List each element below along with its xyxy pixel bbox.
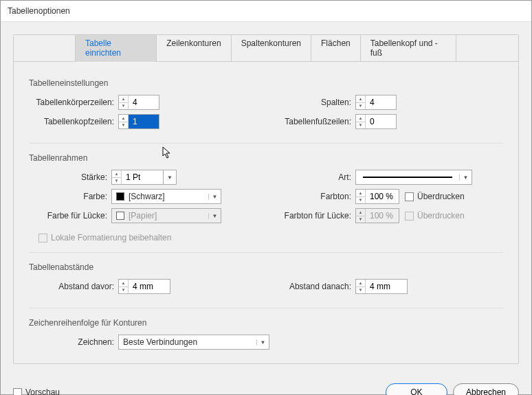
space-before-label: Abstand davor: <box>29 282 118 291</box>
tint-label: Farbton: <box>266 192 355 201</box>
weight-spinner[interactable]: ▲▼ <box>111 170 164 185</box>
dialog-window: Tabellenoptionen Tabelle einrichten Zeil… <box>0 0 532 395</box>
down-arrow-icon[interactable]: ▼ <box>356 122 365 129</box>
draw-value: Beste Verbindungen <box>123 337 197 347</box>
checkbox-icon <box>405 192 414 201</box>
down-arrow-icon[interactable]: ▼ <box>112 178 121 185</box>
header-rows-label: Tabellenkopfzeilen: <box>29 117 118 126</box>
up-arrow-icon[interactable]: ▲ <box>356 190 365 197</box>
down-arrow-icon[interactable]: ▼ <box>356 103 365 110</box>
swatch-icon <box>116 212 124 220</box>
color-value: [Schwarz] <box>129 192 165 201</box>
checkbox-icon <box>405 212 414 221</box>
chevron-down-icon: ▼ <box>256 339 269 346</box>
space-after-input[interactable] <box>366 280 407 293</box>
gap-overprint-label: Überdrucken <box>417 211 465 221</box>
up-arrow-icon[interactable]: ▲ <box>356 115 365 122</box>
chevron-down-icon: ▼ <box>459 174 472 181</box>
down-arrow-icon[interactable]: ▼ <box>119 287 128 294</box>
gap-color-label: Farbe für Lücke: <box>29 211 111 221</box>
type-label: Art: <box>266 172 355 182</box>
swatch-icon <box>116 192 124 201</box>
ok-button[interactable]: OK <box>386 383 447 395</box>
chevron-down-icon: ▼ <box>208 194 221 200</box>
preserve-local-checkbox: Lokale Formatierung beibehalten <box>38 233 171 242</box>
space-after-label: Abstand danach: <box>266 282 355 291</box>
preserve-local-label: Lokale Formatierung beibehalten <box>51 233 171 242</box>
draw-select[interactable]: Beste Verbindungen ▼ <box>118 335 269 350</box>
weight-label: Stärke: <box>29 172 111 182</box>
header-rows-input[interactable] <box>129 115 159 128</box>
checkbox-icon <box>38 234 47 242</box>
down-arrow-icon[interactable]: ▼ <box>119 122 128 129</box>
up-arrow-icon[interactable]: ▲ <box>119 115 128 122</box>
footer-rows-label: Tabellenfußzeilen: <box>266 117 355 126</box>
tab-setup[interactable]: Tabelle einrichten <box>75 34 157 62</box>
cancel-button[interactable]: Abbrechen <box>453 383 519 395</box>
up-arrow-icon[interactable]: ▲ <box>119 95 128 103</box>
footer-rows-input[interactable] <box>366 115 396 128</box>
dialog-footer: Vorschau OK Abbrechen <box>1 376 531 395</box>
down-arrow-icon[interactable]: ▼ <box>356 197 365 204</box>
chevron-down-icon: ▼ <box>208 213 221 219</box>
columns-input[interactable] <box>366 95 396 109</box>
down-arrow-icon: ▼ <box>356 216 365 223</box>
tab-column-strokes[interactable]: Spaltenkonturen <box>231 34 311 62</box>
tint-input[interactable] <box>366 190 399 203</box>
chevron-down-icon: ▼ <box>164 174 176 181</box>
up-arrow-icon[interactable]: ▲ <box>356 95 365 103</box>
body-rows-label: Tabellenkörperzeilen: <box>29 98 118 107</box>
main-panel: Tabelle einrichten Zeilenkonturen Spalte… <box>13 34 519 364</box>
tab-row-strokes[interactable]: Zeilenkonturen <box>156 34 231 62</box>
dialog-title: Tabellenoptionen <box>1 1 531 22</box>
tab-bar: Tabelle einrichten Zeilenkonturen Spalte… <box>14 34 518 62</box>
down-arrow-icon[interactable]: ▼ <box>356 287 365 294</box>
gap-tint-label: Farbton für Lücke: <box>266 211 355 221</box>
tab-fills[interactable]: Flächen <box>311 34 361 62</box>
footer-rows-spinner[interactable]: ▲▼ <box>355 114 397 129</box>
settings-heading: Tabelleneinstellungen <box>29 78 503 88</box>
type-select[interactable]: ▼ <box>355 170 472 185</box>
weight-input[interactable] <box>122 170 163 184</box>
gap-color-value: [Papier] <box>129 211 157 221</box>
stroke-preview-icon <box>363 177 452 178</box>
tint-spinner[interactable]: ▲▼ <box>355 189 399 204</box>
gap-tint-spinner: ▲▼ <box>355 208 399 223</box>
columns-spinner[interactable]: ▲▼ <box>355 95 397 110</box>
overprint-checkbox[interactable]: Überdrucken <box>405 192 465 201</box>
frame-heading: Tabellenrahmen <box>29 153 503 163</box>
preview-label: Vorschau <box>25 387 60 395</box>
body-rows-spinner[interactable]: ▲▼ <box>118 95 159 110</box>
up-arrow-icon: ▲ <box>356 209 365 216</box>
up-arrow-icon[interactable]: ▲ <box>112 170 121 178</box>
spacing-heading: Tabellenabstände <box>29 262 503 272</box>
gap-tint-input <box>366 209 399 223</box>
gap-overprint-checkbox: Überdrucken <box>405 211 465 221</box>
up-arrow-icon[interactable]: ▲ <box>119 280 128 287</box>
columns-label: Spalten: <box>266 98 355 107</box>
space-before-spinner[interactable]: ▲▼ <box>118 279 170 294</box>
header-rows-spinner[interactable]: ▲▼ <box>118 114 159 129</box>
color-label: Farbe: <box>29 192 111 201</box>
checkbox-icon <box>13 388 22 396</box>
preview-checkbox[interactable]: Vorschau <box>13 387 60 395</box>
space-before-input[interactable] <box>129 280 170 293</box>
tab-header-footer[interactable]: Tabellenkopf und -fuß <box>360 34 456 62</box>
down-arrow-icon[interactable]: ▼ <box>119 103 128 110</box>
overprint-label: Überdrucken <box>417 192 465 201</box>
weight-dropdown[interactable]: ▼ <box>163 170 177 185</box>
draw-order-heading: Zeichenreihenfolge für Konturen <box>29 318 503 328</box>
space-after-spinner[interactable]: ▲▼ <box>355 279 408 294</box>
color-select[interactable]: [Schwarz] ▼ <box>111 189 221 204</box>
draw-label: Zeichnen: <box>29 337 118 347</box>
body-rows-input[interactable] <box>129 95 159 109</box>
gap-color-select: [Papier] ▼ <box>111 208 221 223</box>
up-arrow-icon[interactable]: ▲ <box>356 280 365 287</box>
